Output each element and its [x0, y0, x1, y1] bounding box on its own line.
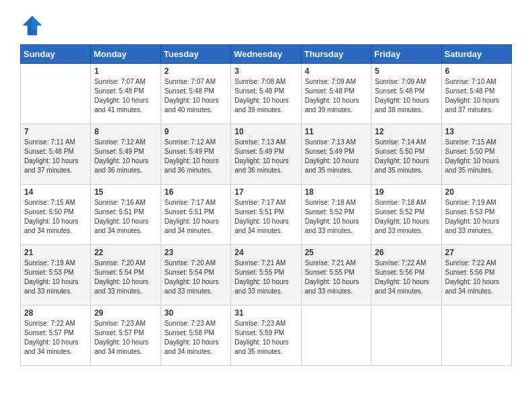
cell-info: Sunrise: 7:12 AMSunset: 5:49 PMDaylight:… [165, 138, 227, 175]
calendar-cell: 1Sunrise: 7:07 AMSunset: 5:48 PMDaylight… [91, 64, 161, 124]
cell-info: Sunrise: 7:22 AMSunset: 5:56 PMDaylight:… [445, 259, 508, 296]
calendar-week-3: 14Sunrise: 7:15 AMSunset: 5:50 PMDayligh… [21, 185, 512, 245]
cell-info: Sunrise: 7:07 AMSunset: 5:48 PMDaylight:… [94, 77, 157, 115]
calendar-cell: 28Sunrise: 7:22 AMSunset: 5:57 PMDayligh… [21, 306, 91, 366]
calendar-cell: 5Sunrise: 7:09 AMSunset: 5:48 PMDaylight… [371, 64, 441, 124]
cell-info: Sunrise: 7:17 AMSunset: 5:51 PMDaylight:… [234, 198, 297, 236]
calendar-cell: 22Sunrise: 7:20 AMSunset: 5:54 PMDayligh… [91, 245, 161, 306]
calendar-cell: 6Sunrise: 7:10 AMSunset: 5:48 PMDaylight… [441, 64, 511, 124]
cell-info: Sunrise: 7:10 AMSunset: 5:48 PMDaylight:… [445, 77, 508, 115]
calendar-cell: 4Sunrise: 7:09 AMSunset: 5:48 PMDaylight… [301, 64, 371, 124]
calendar-cell: 2Sunrise: 7:07 AMSunset: 5:48 PMDaylight… [161, 64, 230, 124]
cell-info: Sunrise: 7:15 AMSunset: 5:50 PMDaylight:… [445, 138, 508, 175]
day-number: 19 [375, 187, 437, 197]
cell-info: Sunrise: 7:23 AMSunset: 5:58 PMDaylight:… [165, 319, 227, 357]
cell-info: Sunrise: 7:18 AMSunset: 5:52 PMDaylight:… [305, 198, 367, 236]
calendar-week-1: 1Sunrise: 7:07 AMSunset: 5:48 PMDaylight… [21, 64, 512, 124]
day-number: 26 [375, 248, 437, 257]
calendar-cell: 7Sunrise: 7:11 AMSunset: 5:48 PMDaylight… [21, 124, 91, 185]
header-wednesday: Wednesday [231, 45, 301, 64]
header-monday: Monday [91, 45, 161, 64]
day-number: 17 [234, 187, 297, 197]
header-sunday: Sunday [21, 45, 91, 64]
day-number: 29 [94, 308, 157, 318]
day-number: 31 [234, 308, 297, 318]
calendar-cell: 19Sunrise: 7:18 AMSunset: 5:52 PMDayligh… [371, 185, 441, 245]
day-number: 25 [305, 248, 367, 257]
calendar-table: SundayMondayTuesdayWednesdayThursdayFrid… [20, 44, 512, 366]
calendar-week-4: 21Sunrise: 7:19 AMSunset: 5:53 PMDayligh… [21, 245, 512, 306]
day-number: 6 [445, 66, 508, 76]
cell-info: Sunrise: 7:21 AMSunset: 5:55 PMDaylight:… [234, 259, 297, 296]
day-number: 2 [165, 66, 227, 76]
calendar-cell: 29Sunrise: 7:23 AMSunset: 5:57 PMDayligh… [91, 306, 161, 366]
day-number: 30 [165, 308, 227, 318]
day-number: 20 [445, 187, 508, 197]
day-number: 11 [305, 127, 367, 136]
cell-info: Sunrise: 7:15 AMSunset: 5:50 PMDaylight:… [24, 198, 87, 236]
cell-info: Sunrise: 7:19 AMSunset: 5:53 PMDaylight:… [445, 198, 508, 236]
cell-info: Sunrise: 7:16 AMSunset: 5:51 PMDaylight:… [94, 198, 157, 236]
calendar-cell: 24Sunrise: 7:21 AMSunset: 5:55 PMDayligh… [231, 245, 301, 306]
cell-info: Sunrise: 7:22 AMSunset: 5:56 PMDaylight:… [375, 259, 437, 296]
day-number: 23 [165, 248, 227, 257]
day-number: 12 [375, 127, 437, 136]
header-friday: Friday [371, 45, 441, 64]
day-number: 18 [305, 187, 367, 197]
cell-info: Sunrise: 7:13 AMSunset: 5:49 PMDaylight:… [305, 138, 367, 175]
day-number: 16 [165, 187, 227, 197]
cell-info: Sunrise: 7:08 AMSunset: 5:48 PMDaylight:… [234, 77, 297, 115]
calendar-cell: 9Sunrise: 7:12 AMSunset: 5:49 PMDaylight… [161, 124, 230, 185]
day-number: 24 [234, 248, 297, 257]
calendar-header-row: SundayMondayTuesdayWednesdayThursdayFrid… [21, 45, 512, 64]
calendar-cell: 3Sunrise: 7:08 AMSunset: 5:48 PMDaylight… [231, 64, 301, 124]
calendar-week-5: 28Sunrise: 7:22 AMSunset: 5:57 PMDayligh… [21, 306, 512, 366]
day-number: 22 [94, 248, 157, 257]
day-number: 10 [234, 127, 297, 136]
day-number: 21 [24, 248, 87, 257]
header-saturday: Saturday [441, 45, 511, 64]
day-number: 14 [24, 187, 87, 197]
calendar-cell: 13Sunrise: 7:15 AMSunset: 5:50 PMDayligh… [441, 124, 511, 185]
calendar-cell [371, 306, 441, 366]
calendar-cell: 31Sunrise: 7:23 AMSunset: 5:59 PMDayligh… [231, 306, 301, 366]
cell-info: Sunrise: 7:20 AMSunset: 5:54 PMDaylight:… [94, 259, 157, 296]
calendar-cell: 10Sunrise: 7:13 AMSunset: 5:49 PMDayligh… [231, 124, 301, 185]
cell-info: Sunrise: 7:21 AMSunset: 5:55 PMDaylight:… [305, 259, 367, 296]
cell-info: Sunrise: 7:23 AMSunset: 5:59 PMDaylight:… [234, 319, 297, 357]
calendar-cell: 12Sunrise: 7:14 AMSunset: 5:50 PMDayligh… [371, 124, 441, 185]
calendar-cell [441, 306, 511, 366]
cell-info: Sunrise: 7:07 AMSunset: 5:48 PMDaylight:… [165, 77, 227, 115]
day-number: 1 [94, 66, 157, 76]
calendar-cell: 26Sunrise: 7:22 AMSunset: 5:56 PMDayligh… [371, 245, 441, 306]
calendar-cell: 8Sunrise: 7:12 AMSunset: 5:49 PMDaylight… [91, 124, 161, 185]
cell-info: Sunrise: 7:19 AMSunset: 5:53 PMDaylight:… [24, 259, 87, 296]
calendar-cell: 14Sunrise: 7:15 AMSunset: 5:50 PMDayligh… [21, 185, 91, 245]
calendar-cell [21, 64, 91, 124]
day-number: 8 [94, 127, 157, 136]
calendar-week-2: 7Sunrise: 7:11 AMSunset: 5:48 PMDaylight… [21, 124, 512, 185]
day-number: 13 [445, 127, 508, 136]
logo [20, 13, 48, 38]
cell-info: Sunrise: 7:09 AMSunset: 5:48 PMDaylight:… [375, 77, 437, 115]
calendar-cell: 21Sunrise: 7:19 AMSunset: 5:53 PMDayligh… [21, 245, 91, 306]
day-number: 5 [375, 66, 437, 76]
cell-info: Sunrise: 7:23 AMSunset: 5:57 PMDaylight:… [94, 319, 157, 357]
day-number: 28 [24, 308, 87, 318]
day-number: 27 [445, 248, 508, 257]
day-number: 9 [165, 127, 227, 136]
cell-info: Sunrise: 7:17 AMSunset: 5:51 PMDaylight:… [165, 198, 227, 236]
cell-info: Sunrise: 7:13 AMSunset: 5:49 PMDaylight:… [234, 138, 297, 175]
day-number: 3 [234, 66, 297, 76]
header-thursday: Thursday [301, 45, 371, 64]
logo-icon [20, 13, 44, 38]
cell-info: Sunrise: 7:20 AMSunset: 5:54 PMDaylight:… [165, 259, 227, 296]
cell-info: Sunrise: 7:18 AMSunset: 5:52 PMDaylight:… [375, 198, 437, 236]
cell-info: Sunrise: 7:22 AMSunset: 5:57 PMDaylight:… [24, 319, 87, 357]
cell-info: Sunrise: 7:12 AMSunset: 5:49 PMDaylight:… [94, 138, 157, 175]
cell-info: Sunrise: 7:14 AMSunset: 5:50 PMDaylight:… [375, 138, 437, 175]
calendar-cell: 11Sunrise: 7:13 AMSunset: 5:49 PMDayligh… [301, 124, 371, 185]
calendar-cell: 20Sunrise: 7:19 AMSunset: 5:53 PMDayligh… [441, 185, 511, 245]
day-number: 4 [305, 66, 367, 76]
cell-info: Sunrise: 7:09 AMSunset: 5:48 PMDaylight:… [305, 77, 367, 115]
